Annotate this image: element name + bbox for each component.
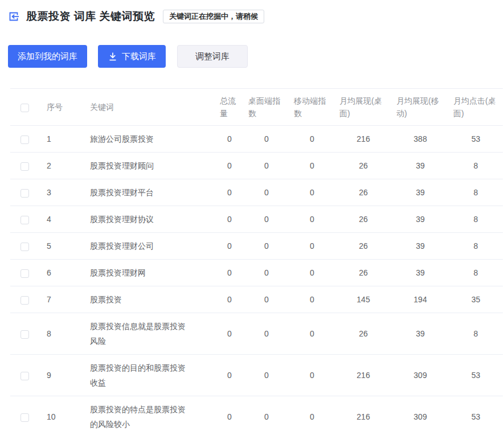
table-row: 2 股票投资理财顾问 0 0 0 26 39 8 (10, 153, 503, 179)
monthly-clicks-desktop-cell: 8 (449, 313, 503, 355)
keyword-cell: 股票投资理财协议 (84, 206, 215, 233)
row-index: 9 (39, 355, 84, 396)
monthly-impressions-mobile-cell: 309 (392, 396, 449, 431)
monthly-impressions-mobile-cell: 309 (392, 355, 449, 396)
row-checkbox[interactable] (21, 372, 29, 380)
total-traffic-cell: 0 (215, 233, 244, 260)
row-index: 8 (39, 313, 84, 355)
monthly-clicks-desktop-cell: 8 (449, 260, 503, 286)
table-row: 4 股票投资理财协议 0 0 0 26 39 8 (10, 206, 503, 233)
desktop-index-cell: 0 (244, 233, 289, 260)
row-checkbox[interactable] (21, 162, 29, 171)
monthly-impressions-desktop-cell: 26 (335, 206, 392, 233)
table-row: 5 股票投资理财公司 0 0 0 26 39 8 (10, 233, 503, 260)
row-checkbox[interactable] (21, 189, 29, 198)
row-index: 7 (39, 286, 84, 313)
monthly-impressions-mobile-cell: 39 (392, 179, 449, 206)
monthly-impressions-desktop-cell: 216 (335, 355, 392, 396)
back-arrow-icon (7, 10, 20, 23)
table-row: 8 股票投资信息就是股票投资风险 0 0 0 26 39 8 (10, 313, 503, 355)
monthly-impressions-mobile-cell: 388 (392, 126, 449, 153)
row-index: 3 (39, 179, 84, 206)
adjust-button-label: 调整词库 (195, 51, 230, 62)
keyword-cell: 股票投资的特点是股票投资的风险较小 (84, 396, 215, 431)
keyword-cell: 股票投资理财顾问 (84, 153, 215, 179)
desktop-index-cell: 0 (244, 396, 289, 431)
row-checkbox[interactable] (21, 216, 29, 224)
row-index: 10 (39, 396, 84, 431)
total-traffic-cell: 0 (215, 126, 244, 153)
mobile-index-cell: 0 (289, 355, 335, 396)
download-thesaurus-button[interactable]: 下载词库 (98, 45, 166, 68)
table-row: 7 股票投资 0 0 0 145 194 35 (10, 286, 503, 313)
table-row: 1 旅游公司股票投资 0 0 0 216 388 53 (10, 126, 503, 153)
mobile-index-cell: 0 (289, 313, 335, 355)
table-header-row: 序号 关键词 总流量 桌面端指数 移动端指数 月均展现(桌面) 月均展现(移动)… (10, 89, 503, 126)
keyword-cell: 旅游公司股票投资 (84, 126, 215, 153)
column-header-desktop-index: 桌面端指数 (244, 89, 289, 126)
monthly-impressions-desktop-cell: 216 (335, 396, 392, 431)
monthly-impressions-desktop-cell: 216 (335, 126, 392, 153)
row-index: 4 (39, 206, 84, 233)
monthly-impressions-mobile-cell: 39 (392, 153, 449, 179)
row-checkbox[interactable] (21, 296, 29, 305)
keyword-cell: 股票投资信息就是股票投资风险 (84, 313, 215, 355)
total-traffic-cell: 0 (215, 286, 244, 313)
monthly-clicks-desktop-cell: 53 (449, 126, 503, 153)
keyword-cell: 股票投资理财平台 (84, 179, 215, 206)
status-badge: 关键词正在挖掘中，请稍候 (163, 10, 264, 23)
total-traffic-cell: 0 (215, 179, 244, 206)
keyword-cell: 股票投资 (84, 286, 215, 313)
column-header-monthly-clicks-desktop: 月均点击(桌面) (449, 89, 503, 126)
total-traffic-cell: 0 (215, 206, 244, 233)
monthly-impressions-desktop-cell: 26 (335, 313, 392, 355)
select-all-checkbox[interactable] (21, 104, 29, 112)
monthly-impressions-mobile-cell: 194 (392, 286, 449, 313)
monthly-impressions-mobile-cell: 39 (392, 206, 449, 233)
desktop-index-cell: 0 (244, 355, 289, 396)
column-header-mobile-index: 移动端指数 (289, 89, 335, 126)
page-header: 股票投资 词库 关键词预览 关键词正在挖掘中，请稍候 (0, 0, 504, 24)
download-button-label: 下载词库 (122, 51, 156, 62)
adjust-thesaurus-button[interactable]: 调整词库 (177, 45, 248, 68)
row-checkbox[interactable] (21, 269, 29, 278)
row-index: 6 (39, 260, 84, 286)
keyword-table: 序号 关键词 总流量 桌面端指数 移动端指数 月均展现(桌面) 月均展现(移动)… (10, 88, 503, 431)
mobile-index-cell: 0 (289, 286, 335, 313)
total-traffic-cell: 0 (215, 260, 244, 286)
mobile-index-cell: 0 (289, 260, 335, 286)
desktop-index-cell: 0 (244, 313, 289, 355)
monthly-clicks-desktop-cell: 8 (449, 233, 503, 260)
total-traffic-cell: 0 (215, 313, 244, 355)
row-checkbox[interactable] (21, 413, 29, 422)
table-body: 1 旅游公司股票投资 0 0 0 216 388 53 2 股票投资理财顾问 0… (10, 126, 503, 431)
download-icon (108, 51, 118, 61)
mobile-index-cell: 0 (289, 126, 335, 153)
row-checkbox[interactable] (21, 243, 29, 251)
keyword-cell: 股票投资理财公司 (84, 233, 215, 260)
monthly-impressions-desktop-cell: 26 (335, 153, 392, 179)
back-button[interactable] (7, 10, 21, 23)
monthly-clicks-desktop-cell: 53 (449, 396, 503, 431)
monthly-impressions-mobile-cell: 39 (392, 233, 449, 260)
add-to-thesaurus-button[interactable]: 添加到我的词库 (8, 45, 87, 68)
mobile-index-cell: 0 (289, 206, 335, 233)
desktop-index-cell: 0 (244, 126, 289, 153)
mobile-index-cell: 0 (289, 396, 335, 431)
desktop-index-cell: 0 (244, 206, 289, 233)
column-header-total-traffic: 总流量 (215, 89, 244, 126)
toolbar: 添加到我的词库 下载词库 调整词库 (8, 45, 504, 68)
row-checkbox[interactable] (21, 136, 29, 144)
monthly-impressions-desktop-cell: 26 (335, 260, 392, 286)
desktop-index-cell: 0 (244, 260, 289, 286)
row-checkbox[interactable] (21, 330, 29, 339)
table-row: 3 股票投资理财平台 0 0 0 26 39 8 (10, 179, 503, 206)
column-header-monthly-impressions-desktop: 月均展现(桌面) (335, 89, 392, 126)
mobile-index-cell: 0 (289, 153, 335, 179)
desktop-index-cell: 0 (244, 153, 289, 179)
total-traffic-cell: 0 (215, 396, 244, 431)
page-title: 股票投资 词库 关键词预览 (26, 9, 155, 24)
desktop-index-cell: 0 (244, 286, 289, 313)
monthly-clicks-desktop-cell: 8 (449, 179, 503, 206)
table-row: 9 股票投资的目的和股票投资收益 0 0 0 216 309 53 (10, 355, 503, 396)
